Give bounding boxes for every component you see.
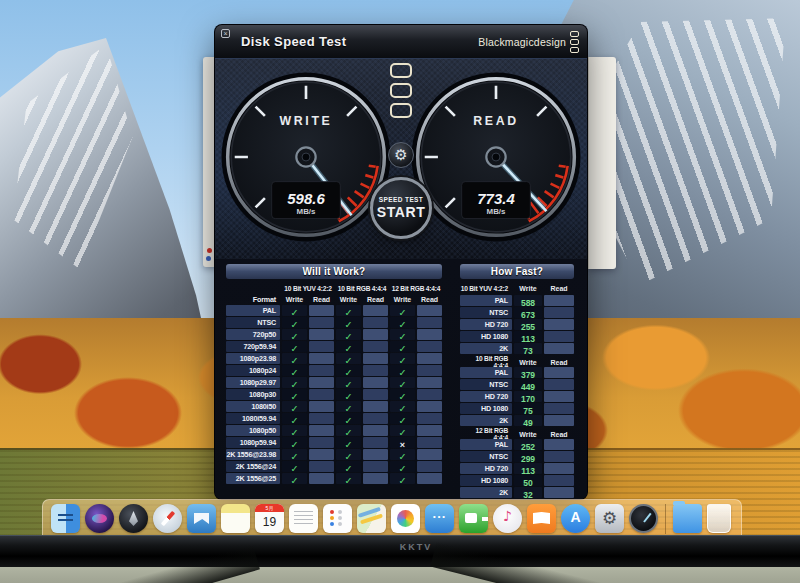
calendar-day-label: 19: [255, 512, 284, 532]
write-speed-cell: 75: [514, 403, 542, 414]
gauge-area: WRITE 598.6 MB/s: [215, 59, 587, 259]
read-result-cell: [417, 449, 442, 460]
speed-row: HD 720170: [460, 391, 574, 402]
read-speed-cell: [544, 391, 574, 402]
read-result-cell: [417, 473, 442, 484]
write-result-cell: ✓: [336, 449, 361, 460]
background-window-red-dot: [207, 248, 212, 253]
format-row: 720p59.94✓✓✓: [226, 341, 442, 352]
format-row: NTSC✓✓✓: [226, 317, 442, 328]
read-result-cell: [363, 305, 388, 316]
background-window-right-edge[interactable]: [588, 57, 616, 269]
speed-row-label: PAL: [460, 295, 512, 306]
dock-icon-facetime[interactable]: [459, 504, 488, 533]
write-column-header: Write: [336, 296, 361, 303]
format-label: 720p59.94: [226, 341, 280, 352]
speed-row-label: HD 1080: [460, 331, 512, 342]
dock-icon-mail[interactable]: [187, 504, 216, 533]
read-result-cell: [417, 425, 442, 436]
dock-icon-reminders[interactable]: [323, 504, 352, 533]
write-column-header: Write: [514, 431, 542, 438]
blackmagic-logo-mark-icon: [390, 63, 412, 118]
write-result-cell: ✓: [390, 305, 415, 316]
write-speed-cell: 252: [514, 439, 542, 450]
write-speed-cell: 32: [514, 487, 542, 498]
dock-icon-trash[interactable]: [707, 504, 731, 533]
write-result-cell: ✓: [390, 401, 415, 412]
read-result-cell: [417, 437, 442, 448]
dock-icon-disk-speed-test[interactable]: [629, 504, 658, 533]
read-result-cell: [363, 329, 388, 340]
dock-icon-photos[interactable]: [391, 504, 420, 533]
speed-row-label: PAL: [460, 367, 512, 378]
read-speed-cell: [544, 415, 574, 426]
write-speed-cell: 73: [514, 343, 542, 354]
dock-icon-downloads[interactable]: [673, 504, 702, 533]
check-mark-icon: ✓: [399, 475, 407, 486]
speed-row-label: HD 1080: [460, 475, 512, 486]
center-controls: ⚙ SPEED TEST START: [369, 63, 433, 239]
write-result-cell: ✓: [282, 365, 307, 376]
spacer: [226, 283, 280, 294]
format-label: 1080p59.94: [226, 437, 280, 448]
dock-icon-finder[interactable]: [51, 504, 80, 533]
write-result-cell: ✓: [390, 317, 415, 328]
write-column-header: Write: [514, 285, 542, 292]
dock-icon-app-store[interactable]: [561, 504, 590, 533]
dock-icon-itunes[interactable]: [493, 504, 522, 533]
read-result-cell: [417, 317, 442, 328]
speed-row: HD 720255: [460, 319, 574, 330]
dock-icon-launchpad[interactable]: [119, 504, 148, 533]
format-label: 1080p50: [226, 425, 280, 436]
dock-icon-notes[interactable]: [221, 504, 250, 533]
read-result-cell: [417, 413, 442, 424]
write-column-header: Write: [514, 359, 542, 366]
read-speed-cell: [544, 367, 574, 378]
read-column-header: Read: [544, 431, 574, 438]
dock-icon-safari[interactable]: [153, 504, 182, 533]
read-result-cell: [309, 437, 334, 448]
write-speed-cell: 299: [514, 451, 542, 462]
dock-icon-calendar[interactable]: 5月19: [255, 504, 284, 533]
write-column-header: Write: [282, 296, 307, 303]
close-icon[interactable]: ×: [221, 29, 230, 38]
read-speed-cell: [544, 451, 574, 462]
read-result-cell: [309, 461, 334, 472]
speed-row-label: NTSC: [460, 379, 512, 390]
dock-icon-system-preferences[interactable]: [595, 504, 624, 533]
read-gauge: READ 773.4 MB/s: [408, 69, 584, 245]
format-row: 1080p29.97✓✓✓: [226, 377, 442, 388]
start-button[interactable]: SPEED TEST START: [370, 177, 432, 239]
write-result-cell: ✓: [336, 341, 361, 352]
title-bar[interactable]: × Disk Speed Test Blackmagicdesign: [215, 25, 587, 59]
codec-group-header: 12 Bit RGB 4:4:4WriteRead: [460, 427, 574, 438]
dock-icon-messages[interactable]: [425, 504, 454, 533]
read-result-cell: [309, 449, 334, 460]
read-result-cell: [309, 329, 334, 340]
write-speed-cell: 673: [514, 307, 542, 318]
dock-icon-siri[interactable]: [85, 504, 114, 533]
read-result-cell: [309, 401, 334, 412]
disk-speed-test-window: × Disk Speed Test Blackmagicdesign: [215, 25, 587, 499]
read-column-header: Read: [363, 296, 388, 303]
speed-row: NTSC449: [460, 379, 574, 390]
speed-row: HD 1080113: [460, 331, 574, 342]
format-row: 720p50✓✓✓: [226, 329, 442, 340]
dock-icon-books[interactable]: [527, 504, 556, 533]
check-mark-icon: ✓: [345, 475, 353, 486]
write-result-cell: ✓: [336, 365, 361, 376]
settings-button[interactable]: ⚙: [388, 142, 414, 168]
codec-group-label: 10 Bit YUV 4:2:2: [460, 285, 512, 292]
read-speed-cell: [544, 379, 574, 390]
format-row: 2K 1556@23.98✓✓✓: [226, 449, 442, 460]
write-speed-cell: 379: [514, 367, 542, 378]
write-result-cell: ✓: [282, 305, 307, 316]
dock-icon-maps[interactable]: [357, 504, 386, 533]
column-header-row: Format Write Read Write Read Write Read: [226, 294, 442, 304]
write-result-cell: ✓: [336, 437, 361, 448]
write-gauge: WRITE 598.6 MB/s: [218, 69, 394, 245]
write-speed-cell: 113: [514, 331, 542, 342]
speed-row: 2K73: [460, 343, 574, 354]
dock-icon-textedit[interactable]: [289, 504, 318, 533]
read-result-cell: [363, 425, 388, 436]
